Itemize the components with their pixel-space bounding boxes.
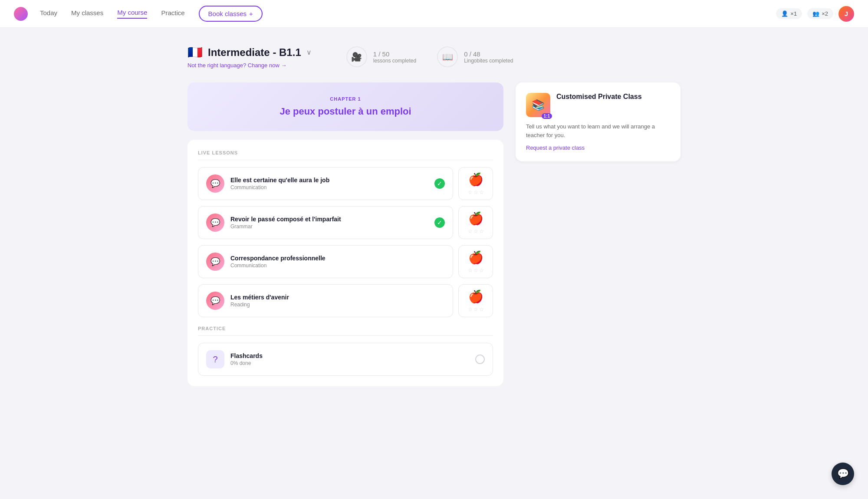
nav-my-course[interactable]: My course [117,9,147,19]
lessons-stat-text: 1 / 50 lessons completed [373,50,416,64]
flashcard-title: Flashcards [230,352,263,359]
course-title-row: 🇫🇷 Intermediate - B1.1 ∨ [187,45,312,59]
live-lessons-label: LIVE LESSONS [198,150,493,160]
lesson-row-1: 💬 Elle est certaine qu'elle aura le job … [198,167,493,200]
book-icon: 📖 [437,46,458,67]
course-header: 🇫🇷 Intermediate - B1.1 ∨ Not the right l… [187,45,681,69]
lingobite-img-4: 🍎 [468,289,483,304]
chat-icon: 💬 [837,468,849,479]
stars-4: ☆☆☆ [468,306,484,312]
video-icon: 🎥 [346,46,367,67]
lesson-type-1: Communication [230,184,428,190]
lingobite-img-1: 🍎 [468,172,483,187]
lesson-type-2: Grammar [230,223,428,230]
lingobites-stat: 📖 0 / 48 Lingobites completed [437,46,513,67]
flashcard-card[interactable]: ? Flashcards 0% done [198,343,493,376]
lesson-icon-1: 💬 [206,174,224,193]
chat-button[interactable]: 💬 [832,463,854,485]
lesson-info-2: Revoir le passé composé et l'imparfait G… [230,216,428,230]
lingobite-1[interactable]: 🍎 ☆☆☆ [458,167,493,200]
left-column: CHAPTER 1 Je peux postuler à un emploi L… [187,82,503,386]
nav-right: 👤 ×1 👥 ×2 J [776,6,854,22]
lesson-card-2[interactable]: 💬 Revoir le passé composé et l'imparfait… [198,206,453,239]
toggle-circle[interactable] [475,355,485,364]
private-class-card: 📚 1:1 Customised Private Class Tell us w… [516,82,681,161]
lesson-info-1: Elle est certaine qu'elle aura le job Co… [230,177,428,190]
lesson-row-3: 💬 Correspondance professionnelle Communi… [198,245,493,278]
lingobites-label: Lingobites completed [464,58,513,64]
lesson-icon-4: 💬 [206,292,224,310]
lesson-title-3: Correspondance professionnelle [230,255,445,262]
flashcard-icon: ? [206,350,224,368]
sidebar: 📚 1:1 Customised Private Class Tell us w… [516,82,681,386]
nav-links: Today My classes My course Practice Book… [40,6,776,22]
plus-icon: + [249,10,253,17]
main-content: 🇫🇷 Intermediate - B1.1 ∨ Not the right l… [174,28,694,404]
language-flag: 🇫🇷 [187,45,203,59]
nav-my-classes[interactable]: My classes [71,9,103,18]
navbar: Today My classes My course Practice Book… [0,0,868,28]
lesson-icon-2: 💬 [206,213,224,232]
chevron-down-icon[interactable]: ∨ [306,48,312,56]
chapter-label: CHAPTER 1 [201,96,490,102]
lesson-title-4: Les métiers d'avenir [230,294,445,301]
private-class-badge: 1:1 [542,113,552,119]
two-col-layout: CHAPTER 1 Je peux postuler à un emploi L… [187,82,681,386]
course-title: Intermediate - B1.1 [208,46,301,59]
lesson-icon-3: 💬 [206,253,224,271]
flashcard-info: Flashcards 0% done [230,352,263,366]
notification-badge-1[interactable]: 👤 ×1 [776,8,802,19]
lesson-title-2: Revoir le passé composé et l'imparfait [230,216,428,223]
person-icon-1: 👤 [781,10,788,17]
person-icon-2: 👥 [812,10,819,17]
lingobite-img-2: 🍎 [468,211,483,226]
change-language-link[interactable]: Not the right language? Change now → [187,62,312,69]
lessons-container: LIVE LESSONS 💬 Elle est certaine qu'elle… [187,140,503,386]
lingobite-3[interactable]: 🍎 ☆☆☆ [458,245,493,278]
lesson-card-3[interactable]: 💬 Correspondance professionnelle Communi… [198,245,453,278]
request-private-class-link[interactable]: Request a private class [526,144,670,151]
stars-3: ☆☆☆ [468,267,484,273]
lessons-count: 1 / 50 [373,50,416,58]
book-classes-label: Book classes [208,10,247,17]
lesson-title-1: Elle est certaine qu'elle aura le job [230,177,428,184]
private-class-title: Customised Private Class [556,93,642,101]
notification-count-2: ×2 [822,10,828,17]
notification-count-1: ×1 [790,10,797,17]
completed-icon-2: ✓ [434,217,445,228]
lingobites-stat-text: 0 / 48 Lingobites completed [464,50,513,64]
lesson-type-3: Communication [230,263,445,269]
lesson-type-4: Reading [230,302,445,308]
lesson-row-4: 💬 Les métiers d'avenir Reading 🍎 ☆☆☆ [198,284,493,317]
lesson-info-4: Les métiers d'avenir Reading [230,294,445,308]
stars-1: ☆☆☆ [468,189,484,195]
private-class-image: 📚 1:1 [526,93,550,117]
completed-icon-1: ✓ [434,178,445,189]
lessons-label: lessons completed [373,58,416,64]
user-avatar[interactable]: J [838,6,854,22]
notification-badge-2[interactable]: 👥 ×2 [807,8,833,19]
chapter-card: CHAPTER 1 Je peux postuler à un emploi [187,82,503,131]
book-classes-button[interactable]: Book classes + [199,6,263,22]
book-stack-icon: 📚 [532,99,545,111]
stats-section: 🎥 1 / 50 lessons completed 📖 0 / 48 Ling… [346,46,513,67]
practice-section: PRACTICE ? Flashcards 0% done [198,326,493,376]
lesson-card-4[interactable]: 💬 Les métiers d'avenir Reading [198,284,453,317]
lingobite-4[interactable]: 🍎 ☆☆☆ [458,284,493,317]
lesson-card-1[interactable]: 💬 Elle est certaine qu'elle aura le job … [198,167,453,200]
nav-today[interactable]: Today [40,9,57,18]
app-logo[interactable] [14,7,28,21]
lingobite-img-3: 🍎 [468,250,483,265]
private-class-description: Tell us what you want to learn and we wi… [526,122,670,139]
private-class-header: 📚 1:1 Customised Private Class [526,93,670,117]
practice-label: PRACTICE [198,326,493,336]
flashcard-progress: 0% done [230,360,263,366]
lesson-row-2: 💬 Revoir le passé composé et l'imparfait… [198,206,493,239]
lesson-info-3: Correspondance professionnelle Communica… [230,255,445,269]
lingobites-count: 0 / 48 [464,50,513,58]
chapter-title: Je peux postuler à un emploi [201,106,490,117]
nav-practice[interactable]: Practice [161,9,184,18]
lingobite-2[interactable]: 🍎 ☆☆☆ [458,206,493,239]
lessons-stat: 🎥 1 / 50 lessons completed [346,46,416,67]
private-class-text: Customised Private Class [556,93,642,101]
